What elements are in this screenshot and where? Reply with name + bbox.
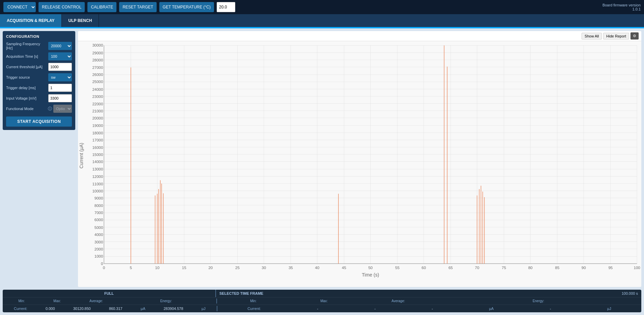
svg-text:21000: 21000 (92, 109, 103, 113)
svg-text:18000: 18000 (92, 131, 103, 135)
chart-settings-button[interactable]: ⚙ (630, 32, 639, 40)
functional-mode-label: Functional Mode (6, 107, 47, 111)
svg-text:35: 35 (289, 266, 293, 270)
current-threshold-input[interactable] (48, 63, 72, 71)
full-avg-value: 860.317 (109, 307, 123, 311)
functional-mode-row: Functional Mode ⓘ Options (6, 105, 72, 113)
full-unit-ua: µA (141, 307, 145, 311)
svg-text:11000: 11000 (92, 182, 103, 186)
svg-text:100: 100 (634, 266, 640, 270)
sel-energy-header: Energy: (533, 299, 544, 303)
firmware-info: Board firmware version 1.0.1 (602, 3, 641, 11)
sampling-freq-select[interactable]: 20000100005000 (48, 42, 72, 50)
get-temperature-button[interactable]: GET TEMPERATURE (°C) (159, 2, 214, 12)
full-avg-header: Average: (89, 299, 103, 303)
full-section-header: FULL (3, 290, 216, 297)
reset-target-button[interactable]: RESET TARGET (119, 2, 157, 12)
svg-text:4000: 4000 (95, 233, 103, 237)
full-min-value: 0.000 (46, 307, 55, 311)
trigger-source-row: Trigger source swhwext (6, 73, 72, 81)
config-title: CONFIGURATION (6, 34, 72, 38)
full-energy-value: 283904.578 (164, 307, 183, 311)
sel-max-header: Max: (320, 299, 328, 303)
svg-text:Time (s): Time (s) (362, 272, 379, 278)
full-current-label: Current: (14, 307, 27, 311)
hide-report-button[interactable]: Hide Report (603, 33, 629, 40)
sampling-freq-label: Sampling Frequency [Hz] (6, 42, 47, 50)
info-icon[interactable]: ⓘ (48, 106, 52, 112)
svg-text:29000: 29000 (92, 51, 103, 55)
svg-text:23000: 23000 (92, 95, 103, 99)
svg-text:16000: 16000 (92, 146, 103, 150)
toolbar: CONNECT RELEASE CONTROL CALIBRATE RESET … (0, 0, 644, 14)
svg-text:24000: 24000 (92, 87, 103, 91)
svg-text:80: 80 (528, 266, 533, 270)
input-voltage-input[interactable] (48, 94, 72, 102)
start-acquisition-button[interactable]: START ACQUISITION (6, 116, 72, 127)
svg-text:25: 25 (235, 266, 240, 270)
svg-text:17000: 17000 (92, 138, 103, 142)
show-all-button[interactable]: Show All (582, 33, 602, 40)
sel-max-value: - (374, 307, 376, 311)
acquisition-time-select[interactable]: 1005010 (48, 52, 72, 60)
sel-avg-header: Average: (392, 299, 405, 303)
current-threshold-label: Current threshold [µA] (6, 65, 47, 69)
svg-text:9000: 9000 (95, 196, 103, 201)
sel-unit-uj: µJ (607, 307, 611, 311)
calibrate-button[interactable]: CALIBRATE (87, 2, 116, 12)
svg-text:3000: 3000 (95, 240, 103, 244)
svg-text:10: 10 (155, 266, 160, 270)
current-threshold-row: Current threshold [µA] (6, 63, 72, 71)
svg-text:14000: 14000 (92, 160, 103, 164)
svg-text:13000: 13000 (92, 167, 103, 171)
svg-text:25000: 25000 (92, 80, 103, 84)
svg-text:30000: 30000 (92, 43, 103, 47)
svg-text:85: 85 (555, 266, 560, 270)
svg-text:20: 20 (208, 266, 213, 270)
chart-container: Current (µA) (78, 41, 641, 287)
svg-rect-0 (78, 41, 641, 287)
sel-unit-ua: µA (489, 307, 494, 311)
data-table: FULL SELECTED TIME FRAME 100.000 s Min: … (3, 290, 641, 312)
release-control-button[interactable]: RELEASE CONTROL (38, 2, 85, 12)
svg-text:20000: 20000 (92, 116, 103, 120)
chart-area: Show All Hide Report ⚙ Current (µA) (78, 31, 641, 287)
input-voltage-row: Input Voltage [mV] (6, 94, 72, 102)
svg-text:7000: 7000 (95, 211, 103, 215)
svg-text:28000: 28000 (92, 58, 103, 62)
svg-text:75: 75 (502, 266, 506, 270)
sel-min-header: Min: (250, 299, 257, 303)
selected-time-display: 100.000 s (622, 291, 638, 295)
trigger-source-select[interactable]: swhwext (48, 73, 72, 81)
svg-text:1000: 1000 (95, 255, 103, 259)
svg-text:60: 60 (422, 266, 426, 270)
svg-text:95: 95 (608, 266, 613, 270)
full-min-header: Min: (18, 299, 25, 303)
trigger-source-label: Trigger source (6, 75, 47, 79)
svg-text:0: 0 (103, 266, 105, 270)
svg-text:10000: 10000 (92, 189, 103, 193)
svg-text:27000: 27000 (92, 65, 103, 70)
trigger-delay-label: Trigger delay [ms] (6, 86, 47, 90)
selected-section-header: SELECTED TIME FRAME 100.000 s (216, 290, 641, 297)
acquisition-time-label: Acquisition Time [s] (6, 54, 47, 58)
sel-current-label: Current: (247, 307, 261, 311)
svg-text:90: 90 (582, 266, 586, 270)
tab-ulp[interactable]: ULP BENCH (62, 14, 99, 27)
svg-text:15000: 15000 (92, 153, 103, 157)
tab-acquisition[interactable]: ACQUISITION & REPLAY (0, 14, 62, 27)
svg-text:5: 5 (130, 266, 132, 270)
chart-toolbar: Show All Hide Report ⚙ (78, 31, 641, 41)
functional-mode-select[interactable]: Options (53, 105, 72, 113)
sel-avg-value: - (432, 307, 433, 311)
temperature-input[interactable] (217, 2, 235, 12)
left-panel: CONFIGURATION Sampling Frequency [Hz] 20… (3, 31, 75, 287)
svg-text:40: 40 (315, 266, 319, 270)
full-max-header: Max: (53, 299, 61, 303)
svg-text:70: 70 (475, 266, 479, 270)
trigger-delay-input[interactable] (48, 84, 72, 92)
full-energy-header: Energy: (160, 299, 172, 303)
connect-dropdown[interactable]: CONNECT (3, 2, 36, 12)
sel-energy-value: - (550, 307, 551, 311)
config-panel: CONFIGURATION Sampling Frequency [Hz] 20… (3, 31, 75, 130)
